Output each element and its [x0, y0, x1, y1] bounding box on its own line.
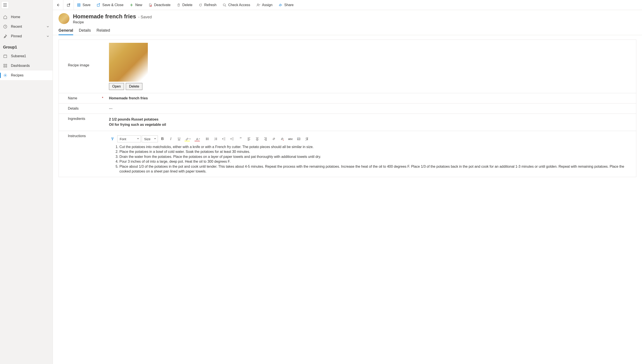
refresh-icon: [198, 3, 202, 7]
back-button[interactable]: [53, 0, 63, 10]
assign-icon: [256, 3, 260, 7]
italic-button[interactable]: I: [167, 136, 174, 142]
hamburger-icon: [3, 4, 7, 6]
svg-point-12: [257, 4, 258, 5]
strikethrough-button[interactable]: abc: [287, 136, 294, 142]
save-icon: [77, 3, 81, 7]
font-color-button[interactable]: A: [194, 136, 203, 142]
indent-button[interactable]: [229, 136, 236, 142]
deactivate-button[interactable]: Deactivate: [145, 0, 174, 10]
sidebar-item-recipes[interactable]: Recipes: [0, 70, 53, 80]
cmd-label: Deactivate: [154, 3, 170, 7]
cmd-label: New: [135, 3, 142, 7]
refresh-button[interactable]: Refresh: [196, 0, 220, 10]
image-delete-button[interactable]: Delete: [126, 83, 142, 90]
align-center-button[interactable]: [254, 136, 261, 142]
pilcrow-icon: [305, 137, 309, 140]
strike-icon: abc: [288, 137, 293, 140]
delete-button[interactable]: Delete: [174, 0, 196, 10]
underline-button[interactable]: U: [175, 136, 183, 142]
field-label-recipe-image: Recipe image: [68, 63, 89, 67]
deactivate-icon: [148, 3, 152, 7]
module-icon: [3, 54, 8, 58]
trash-icon: [177, 3, 180, 7]
sidebar-item-subarea1[interactable]: Subarea1: [0, 51, 53, 61]
check-access-button[interactable]: Check Access: [220, 0, 253, 10]
svg-point-15: [206, 140, 206, 140]
richtext-toolbar: Font Size B I U A: [109, 134, 632, 144]
field-value-name[interactable]: Homemade french fries: [109, 95, 636, 102]
number-list-icon: 123: [214, 137, 218, 140]
outdent-icon: [222, 137, 226, 140]
image-button[interactable]: [295, 136, 302, 142]
svg-rect-3: [6, 64, 7, 65]
size-select[interactable]: Size: [142, 136, 158, 142]
unlink-button[interactable]: [278, 136, 286, 142]
tab-related[interactable]: Related: [96, 28, 110, 35]
popout-icon: [67, 3, 70, 7]
field-value-ingredients[interactable]: 2 1/2 pounds Russet potatoes Oil for fry…: [109, 117, 632, 128]
tabs: General Details Related: [53, 24, 642, 35]
sidebar-label: Subarea1: [11, 54, 26, 58]
chevron-down-icon: [46, 34, 50, 38]
sidebar-label-pinned: Pinned: [11, 34, 22, 38]
image-open-button[interactable]: Open: [109, 83, 124, 90]
highlight-icon: [186, 137, 189, 140]
instruction-item: Place about 1/3 of the potatoes in the p…: [120, 164, 632, 174]
align-left-button[interactable]: [245, 136, 253, 142]
link-button[interactable]: [270, 136, 278, 142]
hamburger-button[interactable]: [1, 1, 9, 9]
bullet-list-button[interactable]: [204, 136, 211, 142]
svg-rect-5: [6, 66, 7, 67]
sidebar-group-header: Group1: [0, 41, 53, 51]
ingredients-line: 2 1/2 pounds Russet potatoes: [109, 117, 632, 122]
record-status: - Saved: [138, 15, 152, 20]
cmd-label: Refresh: [204, 3, 216, 7]
align-right-button[interactable]: [262, 136, 269, 142]
align-right-icon: [264, 137, 267, 140]
popout-button[interactable]: [63, 0, 74, 10]
share-icon: [279, 3, 282, 7]
cmd-label: Assign: [262, 3, 272, 7]
svg-rect-4: [4, 66, 5, 67]
font-select[interactable]: Font: [117, 136, 141, 142]
svg-rect-8: [78, 4, 80, 6]
cmd-label: Check Access: [228, 3, 250, 7]
new-button[interactable]: New: [126, 0, 145, 10]
svg-rect-1: [4, 55, 7, 58]
tab-general[interactable]: General: [58, 28, 73, 35]
sidebar-item-home[interactable]: Home: [0, 12, 53, 22]
sidebar: Home Recent Pinned Group1: [0, 0, 53, 364]
format-painter-button[interactable]: [109, 136, 116, 142]
outdent-button[interactable]: [220, 136, 228, 142]
instructions-editor[interactable]: Cut the potatoes into matchsticks, eithe…: [109, 144, 632, 174]
form-panel: Recipe image Open Delete Name *: [58, 40, 636, 177]
home-icon: [3, 15, 8, 19]
save-close-button[interactable]: Save & Close: [94, 0, 126, 10]
unlink-icon: [280, 137, 284, 140]
record-title: Homemade french fries: [73, 13, 136, 20]
number-list-button[interactable]: 123: [212, 136, 220, 142]
cmd-label: Save & Close: [102, 3, 124, 7]
field-label-name: Name: [68, 96, 77, 100]
ingredients-line: Oil for frying such as vegetable oil: [109, 122, 632, 127]
bold-button[interactable]: B: [159, 136, 166, 142]
clock-icon: [3, 24, 8, 29]
blockquote-button[interactable]: ”: [237, 136, 244, 142]
save-button[interactable]: Save: [74, 0, 94, 10]
tab-details[interactable]: Details: [79, 28, 91, 35]
field-label-ingredients: Ingredients: [68, 117, 85, 121]
font-color-icon: A: [196, 137, 198, 141]
sidebar-item-recent[interactable]: Recent: [0, 22, 53, 32]
ltr-button[interactable]: [303, 136, 311, 142]
share-button[interactable]: Share: [276, 0, 297, 10]
align-left-icon: [247, 137, 251, 140]
assign-button[interactable]: Assign: [253, 0, 276, 10]
sidebar-label-recent: Recent: [11, 25, 22, 28]
bullet-list-icon: [206, 137, 209, 140]
sidebar-item-pinned[interactable]: Pinned: [0, 32, 53, 41]
highlight-color-button[interactable]: [184, 136, 193, 142]
recipe-image[interactable]: [109, 43, 148, 82]
field-value-details[interactable]: ---: [109, 105, 636, 112]
sidebar-item-dashboards[interactable]: Dashboards: [0, 61, 53, 70]
